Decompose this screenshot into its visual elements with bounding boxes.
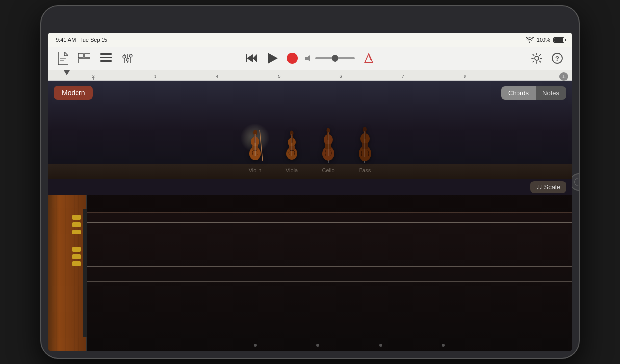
tuner-peg-6[interactable]	[72, 261, 81, 266]
scroll-dot-3	[379, 344, 382, 347]
settings-button[interactable]	[530, 52, 543, 65]
volume-track[interactable]	[315, 57, 355, 59]
skip-back-button[interactable]	[244, 51, 258, 66]
svg-rect-5	[100, 53, 112, 55]
view-button[interactable]	[78, 52, 91, 65]
help-button[interactable]: ?	[550, 52, 564, 65]
play-icon	[268, 53, 278, 64]
annotation-line-1	[513, 130, 572, 130]
svg-point-11	[123, 55, 126, 58]
metronome-button[interactable]	[362, 51, 376, 66]
fretboard[interactable]	[87, 195, 572, 351]
string-2	[87, 237, 572, 237]
scroll-dot-4	[442, 344, 445, 347]
guitar-nut	[83, 209, 87, 337]
svg-rect-0	[60, 58, 66, 59]
scroll-dot-1	[254, 344, 257, 347]
tracks-button[interactable]	[99, 52, 113, 65]
toolbar: ?	[48, 47, 572, 70]
add-track-button[interactable]: +	[559, 72, 568, 81]
battery-percentage: 100%	[537, 37, 550, 43]
date-display: Tue Sep 15	[79, 37, 107, 43]
scale-icon: ♩♩	[536, 184, 542, 191]
svg-rect-3	[85, 53, 90, 58]
toolbar-left	[56, 52, 134, 65]
ruler-marks: 2 3 4 5 6	[52, 70, 568, 80]
battery-fill	[554, 38, 563, 42]
guitar-body	[48, 195, 87, 351]
status-right: 100%	[526, 37, 564, 43]
scale-button[interactable]: ♩♩ Scale	[530, 181, 566, 193]
scroll-dots	[127, 344, 572, 347]
tracks-icon	[100, 53, 112, 63]
svg-rect-7	[100, 60, 112, 62]
gear-icon	[531, 53, 542, 64]
volume-slider[interactable]	[305, 54, 355, 62]
fret-bottom-border	[87, 336, 572, 336]
neck-top	[87, 195, 572, 212]
status-bar: 9:41 AM Tue Sep 15 100%	[48, 33, 572, 47]
string-5	[87, 281, 572, 282]
modern-style-button[interactable]: Modern	[54, 86, 93, 100]
svg-rect-16	[246, 54, 247, 62]
svg-point-12	[126, 58, 129, 61]
violin-svg	[246, 128, 264, 163]
tuner-peg-2[interactable]	[72, 222, 81, 227]
help-icon: ?	[552, 53, 563, 64]
chords-notes-toggle: Chords Notes	[501, 86, 566, 100]
tuner-peg-1[interactable]	[72, 215, 81, 220]
violin-icon-container	[246, 128, 264, 165]
time-display: 9:41 AM	[56, 37, 76, 43]
wifi-icon	[526, 37, 534, 43]
svg-line-34	[260, 130, 263, 161]
instrument-area: Modern Chords Notes	[48, 81, 572, 179]
screen: 9:41 AM Tue Sep 15 100%	[48, 33, 572, 351]
new-document-button[interactable]	[56, 52, 70, 65]
svg-point-21	[535, 56, 539, 60]
tuner-peg-4[interactable]	[72, 247, 81, 252]
string-1	[87, 222, 572, 223]
viola-icon-container	[284, 129, 300, 165]
battery-icon	[553, 37, 564, 43]
svg-marker-15	[253, 54, 257, 62]
string-4	[87, 266, 572, 267]
status-left: 9:41 AM Tue Sep 15	[56, 37, 107, 43]
document-icon	[57, 52, 68, 65]
fret-top-border	[87, 212, 572, 213]
cello-svg	[320, 127, 336, 163]
cello-icon-container	[320, 127, 336, 165]
svg-rect-1	[60, 60, 64, 61]
bass-icon-container	[356, 126, 374, 165]
svg-point-13	[129, 54, 132, 57]
tuner-peg-5[interactable]	[72, 254, 81, 259]
string-3	[87, 252, 572, 252]
chords-tab[interactable]: Chords	[501, 86, 536, 100]
main-content: Modern Chords Notes	[48, 81, 572, 351]
metronome-icon	[364, 53, 374, 64]
transport-controls	[244, 51, 376, 66]
ipad-frame: 9:41 AM Tue Sep 15 100%	[40, 5, 580, 359]
svg-rect-4	[78, 59, 90, 63]
svg-marker-14	[247, 54, 253, 62]
svg-marker-18	[305, 55, 310, 61]
svg-text:?: ?	[555, 55, 559, 62]
view-icon	[78, 53, 90, 63]
viola-svg	[284, 129, 300, 163]
mixer-button[interactable]	[121, 52, 134, 65]
guitar-play-area[interactable]	[48, 195, 572, 351]
svg-marker-17	[268, 53, 278, 64]
scale-label: Scale	[544, 183, 560, 191]
volume-thumb[interactable]	[332, 55, 338, 62]
instrument-area-header: Modern Chords Notes	[48, 86, 572, 100]
tuner-peg-3[interactable]	[72, 230, 81, 234]
mixer-icon	[122, 53, 133, 64]
toolbar-right: ?	[530, 52, 564, 65]
scale-area: ♩♩ Scale	[48, 179, 572, 195]
svg-rect-6	[100, 57, 112, 58]
play-button[interactable]	[265, 51, 280, 66]
notes-tab[interactable]: Notes	[536, 86, 566, 100]
skip-back-icon	[246, 53, 257, 63]
home-button-inner	[574, 178, 580, 186]
record-button[interactable]	[287, 53, 298, 64]
scroll-dot-2	[316, 344, 319, 347]
